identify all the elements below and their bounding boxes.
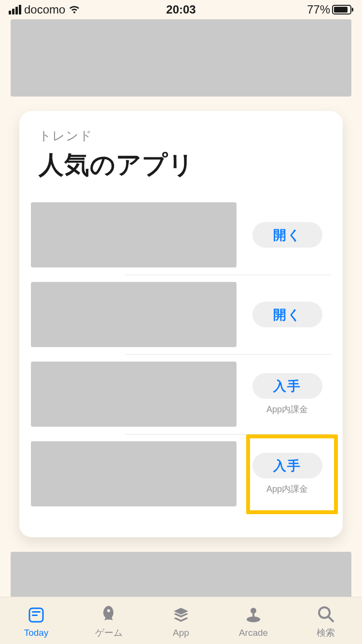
list-item[interactable]: 開く [19, 196, 343, 275]
app-placeholder [31, 362, 237, 427]
list-item[interactable]: 入手 App内課金 [19, 355, 343, 434]
tab-label: ゲーム [95, 627, 123, 639]
tab-arcade[interactable]: Arcade [217, 603, 290, 638]
open-button[interactable]: 開く [252, 302, 322, 327]
card-subtitle: トレンド [19, 127, 343, 144]
svg-point-3 [107, 609, 110, 612]
tab-search[interactable]: 検索 [290, 602, 362, 639]
content-area[interactable]: トレンド 人気のアプリ 開く 開く [0, 19, 362, 597]
app-placeholder [31, 202, 237, 267]
get-button[interactable]: 入手 [252, 453, 322, 478]
tab-bar: Today ゲーム App Arcade 検索 [0, 597, 362, 644]
tab-today[interactable]: Today [0, 603, 72, 638]
svg-rect-2 [32, 615, 38, 616]
battery-percentage: 77% [307, 3, 330, 16]
wifi-icon [68, 5, 81, 14]
tab-label: App [173, 628, 189, 638]
list-item[interactable]: 開く [19, 275, 343, 355]
status-time: 20:03 [166, 3, 195, 16]
stack-icon [171, 603, 191, 627]
battery-icon [332, 5, 353, 14]
carrier-name: docomo [24, 3, 65, 16]
placeholder-banner [11, 19, 351, 97]
tab-games[interactable]: ゲーム [72, 602, 145, 639]
tab-label: Arcade [239, 628, 268, 638]
get-button[interactable]: 入手 [252, 373, 322, 399]
in-app-purchase-label: App内課金 [266, 404, 308, 415]
open-button[interactable]: 開く [252, 222, 322, 248]
placeholder-banner [11, 552, 351, 597]
trend-card: トレンド 人気のアプリ 開く 開く [19, 111, 343, 537]
svg-rect-1 [32, 611, 41, 613]
status-right: 77% [196, 3, 353, 16]
rocket-icon [98, 602, 119, 626]
card-title: 人気のアプリ [19, 144, 343, 196]
app-placeholder [31, 441, 237, 506]
list-item[interactable]: 入手 App内課金 [19, 434, 343, 514]
cellular-signal-icon [9, 5, 21, 14]
search-icon [316, 602, 336, 626]
svg-point-6 [247, 616, 260, 622]
svg-line-8 [329, 617, 333, 621]
in-app-purchase-label: App内課金 [266, 483, 308, 495]
app-placeholder [31, 282, 237, 347]
status-left: docomo [9, 3, 166, 16]
today-icon [27, 603, 46, 627]
tab-label: Today [24, 628, 49, 638]
status-bar: docomo 20:03 77% [0, 0, 362, 19]
tab-apps[interactable]: App [145, 603, 217, 638]
arcade-icon [243, 603, 264, 627]
tab-label: 検索 [317, 627, 335, 639]
svg-point-4 [251, 608, 256, 614]
